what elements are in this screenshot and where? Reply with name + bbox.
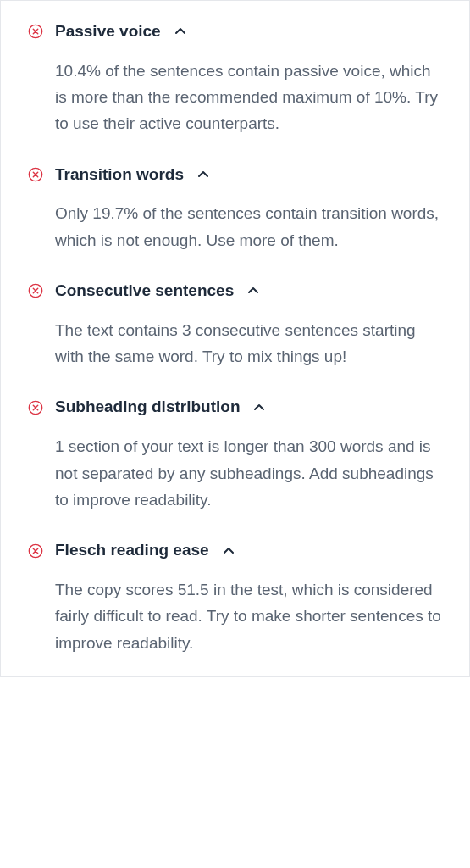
analysis-item: Passive voice 10.4% of the sentences con… xyxy=(28,21,442,137)
analysis-item-header[interactable]: Passive voice xyxy=(28,21,442,42)
error-icon xyxy=(28,400,43,415)
analysis-item-header[interactable]: Consecutive sentences xyxy=(28,281,442,302)
analysis-item-description: 10.4% of the sentences contain passive v… xyxy=(28,58,442,137)
readability-analysis-panel: Passive voice 10.4% of the sentences con… xyxy=(0,0,470,677)
analysis-item-description: The copy scores 51.5 in the test, which … xyxy=(28,576,442,656)
analysis-item-description: The text contains 3 consecutive sentence… xyxy=(28,317,442,370)
analysis-item-header[interactable]: Subheading distribution xyxy=(28,397,442,418)
analysis-item-header[interactable]: Transition words xyxy=(28,164,442,186)
chevron-up-icon xyxy=(223,545,235,557)
analysis-item-title: Transition words xyxy=(55,164,184,186)
analysis-item: Flesch reading ease The copy scores 51.5… xyxy=(28,540,442,656)
analysis-item-header[interactable]: Flesch reading ease xyxy=(28,540,442,561)
analysis-item: Subheading distribution 1 section of you… xyxy=(28,397,442,513)
analysis-item: Consecutive sentences The text contains … xyxy=(28,281,442,370)
chevron-up-icon xyxy=(174,25,186,37)
error-icon xyxy=(28,543,43,559)
analysis-item-title: Consecutive sentences xyxy=(55,281,234,302)
chevron-up-icon xyxy=(253,402,265,414)
analysis-item-title: Flesch reading ease xyxy=(55,540,209,561)
error-icon xyxy=(28,24,43,39)
analysis-item: Transition words Only 19.7% of the sente… xyxy=(28,164,442,253)
chevron-up-icon xyxy=(247,285,259,297)
analysis-item-title: Subheading distribution xyxy=(55,397,240,418)
error-icon xyxy=(28,167,43,182)
analysis-item-description: 1 section of your text is longer than 30… xyxy=(28,433,442,513)
error-icon xyxy=(28,283,43,298)
analysis-item-title: Passive voice xyxy=(55,21,161,42)
analysis-item-description: Only 19.7% of the sentences contain tran… xyxy=(28,200,442,253)
chevron-up-icon xyxy=(197,169,209,181)
